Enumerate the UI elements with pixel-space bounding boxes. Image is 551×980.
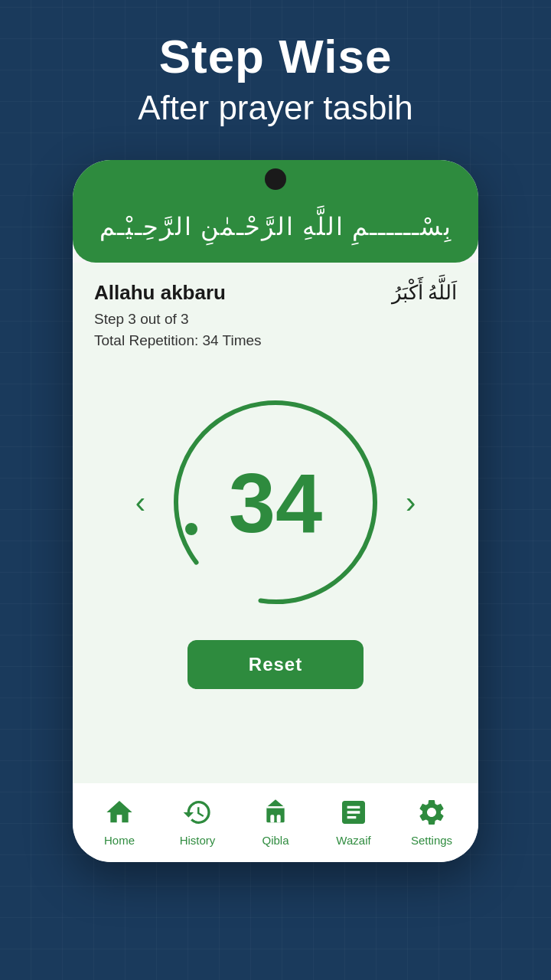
phone-notch-bar [73,160,478,198]
prayer-name-latin: Allahu akbaru [94,281,226,305]
next-arrow[interactable]: › [390,478,431,528]
nav-item-wazaif[interactable]: Wazaif [323,795,384,847]
phone-camera [265,168,286,190]
bismillah-text: بِسْــــــمِ اللَّهِ الرَّحْـمٰنِ الرَّح… [88,212,463,241]
nav-item-settings[interactable]: Settings [401,795,462,847]
counter-circle[interactable]: 34 [161,387,390,617]
step-info: Step 3 out of 3 [94,311,457,328]
nav-item-qibla[interactable]: Qibla [245,795,306,847]
bottom-nav: Home History [73,783,478,862]
svg-rect-2 [266,808,284,823]
prayer-name-arabic: اَللَّهُ أَكْبَرُ [392,281,458,305]
counter-number: 34 [229,454,322,551]
prev-arrow[interactable]: ‹ [120,478,161,528]
history-icon [181,795,214,829]
nav-label-history: History [180,834,216,847]
reset-button-wrapper: Reset [94,632,457,712]
counter-area: ‹ 34 › [94,364,457,632]
nav-item-history[interactable]: History [167,795,228,847]
phone-frame: بِسْــــــمِ اللَّهِ الرَّحْـمٰنِ الرَّح… [73,160,478,862]
wazaif-icon [337,795,370,829]
nav-label-qibla: Qibla [262,834,289,847]
svg-rect-4 [277,815,281,823]
settings-icon [415,795,448,829]
reset-button[interactable]: Reset [187,640,364,689]
nav-label-settings: Settings [411,834,452,847]
nav-label-wazaif: Wazaif [336,834,370,847]
app-content: Allahu akbaru اَللَّهُ أَكْبَرُ Step 3 o… [73,263,478,783]
nav-item-home[interactable]: Home [89,795,150,847]
nav-label-home: Home [104,834,135,847]
repetition-info: Total Repetition: 34 Times [94,332,457,349]
svg-point-1 [185,523,197,535]
prayer-name-row: Allahu akbaru اَللَّهُ أَكْبَرُ [94,281,457,305]
bismillah-header: بِسْــــــمِ اللَّهِ الرَّحْـمٰنِ الرَّح… [73,198,478,263]
svg-marker-5 [266,800,284,808]
home-icon [103,795,136,829]
qibla-icon [259,795,292,829]
svg-rect-3 [270,815,274,823]
